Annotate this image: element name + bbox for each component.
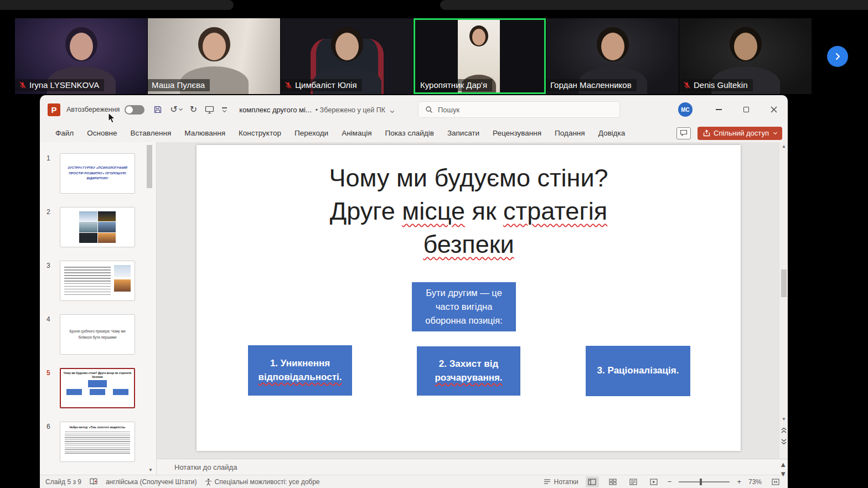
editor-column: Чому ми будуємо стіни? Друге місце як ст… [157, 142, 788, 475]
notes-resize-controls: ▲ ▼ [779, 460, 787, 478]
background-window-fragment-right[interactable] [440, 0, 868, 10]
document-title-dropdown[interactable]: комплекс другого мі... • Збережено у цей… [239, 106, 394, 114]
participant-tile-tsymbalist[interactable]: Цимбаліст Юлія [281, 18, 413, 94]
participant-name: Denis Gultekin [694, 80, 748, 90]
background-window-fragment-left[interactable] [0, 0, 234, 10]
slide-textbox-intro[interactable]: Бути другим — це часто вигідна оборонна … [412, 282, 516, 331]
undo-dropdown-chevron-icon [179, 107, 183, 111]
normal-view-button[interactable] [586, 476, 599, 487]
slide-sorter-view-button[interactable] [606, 476, 619, 487]
close-button[interactable] [760, 95, 788, 124]
scroll-up-icon[interactable]: ▲ [779, 144, 788, 149]
intro-text: Бути другим — це часто вигідна оборонна … [416, 286, 512, 327]
comments-button[interactable] [676, 127, 691, 139]
participant-tile-denis[interactable]: Denis Gultekin [679, 18, 812, 94]
thumbnail-row: 5 Чому ми будуємо стіни? Друге місце як … [46, 368, 156, 408]
scroll-down-icon[interactable]: ▼ [779, 417, 788, 422]
ribbon-tab-insert[interactable]: Вставлення [124, 124, 178, 142]
notes-toggle-button[interactable]: Нотатки [544, 478, 578, 486]
redo-button[interactable]: ↻ [190, 105, 197, 114]
share-dropdown-chevron-icon [773, 131, 777, 134]
slide-number: 2 [46, 207, 60, 247]
slide-textbox-2[interactable]: 2. Захист від розчарування. [417, 346, 520, 396]
thumbnail-row: 3 [46, 261, 156, 301]
ribbon-tab-transitions[interactable]: Переходи [288, 124, 335, 142]
share-button[interactable]: Спільний доступ [698, 127, 782, 140]
minimize-button[interactable] [705, 95, 732, 124]
ribbon-tab-home[interactable]: Основне [80, 124, 123, 142]
slide-title[interactable]: Чому ми будуємо стіни? Друге місце як ст… [197, 162, 741, 261]
participant-tile-iryna[interactable]: Iryna LYSENKOVA [15, 18, 147, 94]
maximize-button[interactable] [732, 95, 760, 124]
zoom-in-button[interactable]: + [737, 477, 741, 486]
participant-tile-hordan[interactable]: Гордан Масленников [546, 18, 679, 94]
thumbnail-row: 6 Нейро-метод: «Тінь золотого медаліста» [46, 422, 156, 462]
language-button[interactable]: англійська (Сполучені Штати) [106, 478, 197, 486]
ribbon-tab-file[interactable]: Файл [49, 124, 80, 142]
slide-thumbnail-3[interactable] [60, 261, 135, 301]
next-participants-button[interactable] [827, 46, 848, 67]
content-area: 1 ЗУСТРІЧ ГУРТКУ «ПСИХОЛОГІЧНИЙ ПРОСТІР … [40, 142, 788, 475]
spellcheck-book-icon [89, 478, 98, 485]
zoom-level[interactable]: 73% [748, 478, 762, 486]
scrollbar-thumb[interactable] [781, 269, 787, 297]
thumbnail-5-title: Чому ми будуємо стіни? Друге місце як ст… [63, 371, 132, 378]
slide-number: 6 [46, 422, 60, 462]
previous-slide-button[interactable] [780, 427, 788, 437]
slide-textbox-3[interactable]: 3. Раціоналізація. [586, 346, 690, 396]
powerpoint-titlebar: P Автозбереження ↺ ↻ [40, 95, 788, 124]
mini-box-row [63, 389, 132, 395]
zoom-out-button[interactable]: − [668, 477, 672, 486]
save-button[interactable] [153, 105, 162, 114]
status-bar-right: Нотатки − + 73% [544, 476, 782, 487]
notes-icon [544, 479, 551, 485]
slide-textbox-1[interactable]: 1. Уникнення відповідальності. [248, 345, 352, 396]
participant-tile-masha[interactable]: Маша Пулєва [148, 18, 280, 94]
slide-thumbnail-5-selected[interactable]: Чому ми будуємо стіни? Друге місце як ст… [60, 368, 135, 408]
photo-thumbnail [114, 265, 131, 277]
spelling-status-button[interactable] [89, 478, 98, 485]
ribbon-tab-view[interactable]: Подання [548, 124, 592, 142]
slide-thumbnail-4[interactable]: Броня срібного призера: Чому ми боїмося … [60, 314, 135, 355]
slide-thumbnail-2[interactable] [60, 207, 135, 247]
next-slide-button[interactable] [780, 438, 788, 448]
accessibility-button[interactable]: Спеціальні можливості: усе добре [205, 478, 320, 486]
slide-vertical-scrollbar[interactable]: ▲ ▼ [779, 142, 788, 459]
thumbnail-scrollbar-thumb[interactable] [147, 145, 152, 188]
ribbon-tab-slideshow[interactable]: Показ слайдів [378, 124, 440, 142]
thumbnail-row: 1 ЗУСТРІЧ ГУРТКУ «ПСИХОЛОГІЧНИЙ ПРОСТІР … [46, 153, 156, 194]
thumbnail-scroll-down-icon[interactable]: ▼ [148, 468, 153, 473]
notes-resize-up-icon[interactable]: ▲ [779, 460, 787, 469]
slide-canvas[interactable]: Чому ми будуємо стіни? Друге місце як ст… [197, 145, 741, 451]
participant-name-tag: Iryna LYSENKOVA [15, 79, 104, 91]
muted-mic-icon [683, 81, 691, 89]
notes-resize-down-icon[interactable]: ▼ [779, 470, 787, 478]
notes-pane[interactable]: Нотатки до слайда ▲ ▼ [157, 459, 788, 475]
autosave-label: Автозбереження [66, 106, 120, 113]
ribbon-tab-draw[interactable]: Малювання [178, 124, 232, 142]
participant-name: Цимбаліст Юлія [295, 80, 357, 90]
zoom-slider-thumb[interactable] [700, 479, 702, 485]
autosave-toggle[interactable] [125, 105, 144, 115]
ribbon-tab-design[interactable]: Конструктор [232, 124, 288, 142]
account-avatar[interactable]: MC [678, 102, 693, 117]
reading-view-button[interactable] [627, 476, 640, 487]
start-slideshow-button[interactable] [205, 106, 214, 114]
customize-toolbar-button[interactable] [222, 107, 227, 111]
document-title: комплекс другого мі... [239, 106, 312, 114]
overflow-chevron-icon [223, 108, 226, 112]
zoom-slider[interactable] [679, 481, 730, 482]
accessibility-person-icon [205, 478, 212, 486]
search-input[interactable]: Пошук [418, 101, 620, 118]
slideshow-view-button[interactable] [647, 476, 660, 487]
slide-thumbnail-6[interactable]: Нейро-метод: «Тінь золотого медаліста» [60, 422, 135, 462]
ribbon-tab-record[interactable]: Записати [441, 124, 486, 142]
ribbon-tab-review[interactable]: Рецензування [486, 124, 548, 142]
undo-button[interactable]: ↺ [170, 105, 182, 114]
notes-toggle-label: Нотатки [554, 478, 578, 486]
ribbon-tab-help[interactable]: Довідка [592, 124, 632, 142]
slide-thumbnail-1[interactable]: ЗУСТРІЧ ГУРТКУ «ПСИХОЛОГІЧНИЙ ПРОСТІР РО… [60, 153, 135, 194]
participant-tile-kuropiatnyk-active-speaker[interactable]: Куропятник Дар'я [414, 18, 546, 94]
participant-name-tag: Цимбаліст Юлія [281, 79, 362, 91]
ribbon-tab-animations[interactable]: Анімація [335, 124, 378, 142]
